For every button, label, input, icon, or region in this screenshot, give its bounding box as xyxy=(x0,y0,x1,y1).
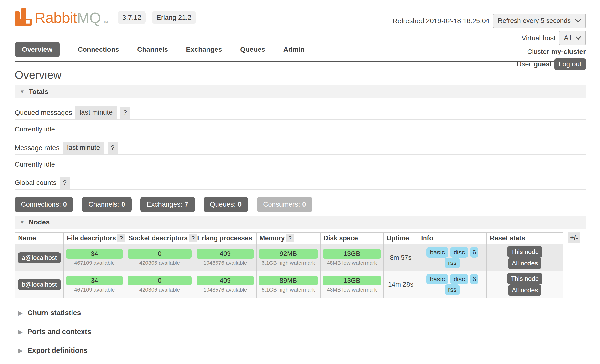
reset-stats-cell: This nodeAll nodes xyxy=(487,271,563,298)
node-name-badge: b@localhost xyxy=(18,279,61,290)
queued-messages-range-tab[interactable]: last minute xyxy=(75,106,117,119)
totals-section-header[interactable]: ▼ Totals xyxy=(15,85,586,98)
rabbitmq-logo[interactable]: RabbitMQ ™ xyxy=(15,8,108,27)
info-cell: basicdisc6rss xyxy=(418,271,487,298)
reset-this-node-button[interactable]: This node xyxy=(507,246,542,258)
nodes-section-header[interactable]: ▼ Nodes xyxy=(15,216,586,229)
info-badge-rss: rss xyxy=(445,258,460,268)
memory-help-icon[interactable]: ? xyxy=(286,234,294,242)
info-badge-disc: disc xyxy=(450,247,468,258)
triangle-down-icon: ▼ xyxy=(20,219,25,225)
column-header-uptime: Uptime xyxy=(383,232,418,244)
virtual-host-value: All xyxy=(564,34,571,42)
socket-descriptors-gauge: 0 xyxy=(128,276,192,285)
message-rates-idle-text: Currently idle xyxy=(15,161,586,168)
global-counts-help-icon[interactable]: ? xyxy=(60,177,70,189)
logout-button[interactable]: Log out xyxy=(554,58,586,70)
erlang-processes-cell: 4091048576 available xyxy=(194,244,256,271)
refresh-row: Refreshed 2019-02-18 16:25:04 Refresh ev… xyxy=(393,14,586,28)
consumers-count-button[interactable]: Consumers:0 xyxy=(257,197,312,212)
reset-this-node-button[interactable]: This node xyxy=(507,273,542,284)
node-name-cell: b@localhost xyxy=(15,271,64,298)
totals-section-title: Totals xyxy=(29,88,48,96)
virtual-host-row: Virtual host All xyxy=(521,31,586,45)
node-name-badge: a@localhost xyxy=(18,252,61,263)
tab-admin[interactable]: Admin xyxy=(283,46,305,53)
exchanges-count-button[interactable]: Exchanges:7 xyxy=(140,197,195,212)
tab-channels[interactable]: Channels xyxy=(137,46,168,53)
user-row: User guest Log out xyxy=(517,58,586,70)
nodes-table-header-row: Name File descriptors? Socket descriptor… xyxy=(15,232,563,244)
queued-messages-label: Queued messages xyxy=(15,109,72,119)
queues-count-button[interactable]: Queues:0 xyxy=(204,197,248,212)
column-header-memory: Memory? xyxy=(256,232,320,244)
cluster-label: Cluster xyxy=(527,48,549,56)
column-header-info: Info xyxy=(418,232,487,244)
churn-statistics-section-header[interactable]: ▶ Churn statistics xyxy=(15,309,586,317)
rabbitmq-logo-icon xyxy=(15,8,32,27)
refresh-interval-value: Refresh every 5 seconds xyxy=(498,17,571,25)
socket-descriptors-help-icon[interactable]: ? xyxy=(189,234,197,242)
rabbitmq-overview-page: Refreshed 2019-02-18 16:25:04 Refresh ev… xyxy=(0,7,600,364)
nodes-section-title: Nodes xyxy=(29,218,50,226)
reset-all-nodes-button[interactable]: All nodes xyxy=(508,258,542,269)
columns-toggle-button[interactable]: +/- xyxy=(568,232,580,243)
page-title: Overview xyxy=(15,68,586,81)
node-row-a: a@localhost 34467109 available 0420306 a… xyxy=(15,244,563,271)
disk-space-cell: 13GB48MB low watermark xyxy=(320,271,383,298)
global-counts-header: Global counts ? xyxy=(15,177,586,190)
memory-cell: 92MB6.1GB high watermark xyxy=(256,244,320,271)
chevron-down-icon xyxy=(576,34,581,42)
file-descriptors-gauge: 34 xyxy=(66,276,123,285)
file-descriptors-help-icon[interactable]: ? xyxy=(117,234,125,242)
ports-and-contexts-section-header[interactable]: ▶ Ports and contexts xyxy=(15,328,586,336)
uptime-cell: 8m 57s xyxy=(383,244,418,271)
channels-count-button[interactable]: Channels:0 xyxy=(82,197,132,212)
queued-messages-help-icon[interactable]: ? xyxy=(120,107,130,119)
message-rates-range-tab[interactable]: last minute xyxy=(63,142,104,154)
triangle-right-icon: ▶ xyxy=(18,328,22,335)
file-descriptors-gauge: 34 xyxy=(66,249,123,259)
chevron-down-icon xyxy=(575,17,581,25)
connections-count-button[interactable]: Connections:0 xyxy=(15,197,73,212)
info-cell: basicdisc6rss xyxy=(418,244,487,271)
export-definitions-section-header[interactable]: ▶ Export definitions xyxy=(15,346,586,354)
user-label: User xyxy=(517,60,531,68)
info-badge-disc: disc xyxy=(450,274,468,284)
node-row-b: b@localhost 34467109 available 0420306 a… xyxy=(15,271,563,298)
global-counts-label: Global counts xyxy=(15,179,56,189)
cluster-row: Cluster my-cluster xyxy=(527,48,586,56)
tab-exchanges[interactable]: Exchanges xyxy=(186,46,222,53)
column-header-disk-space: Disk space xyxy=(320,232,383,244)
reset-stats-cell: This nodeAll nodes xyxy=(487,244,563,271)
queued-messages-idle-text: Currently idle xyxy=(15,125,586,133)
refresh-interval-select[interactable]: Refresh every 5 seconds xyxy=(493,14,586,28)
global-counts-buttons: Connections:0 Channels:0 Exchanges:7 Que… xyxy=(15,197,586,212)
memory-cell: 89MB6.1GB high watermark xyxy=(256,271,320,298)
triangle-right-icon: ▶ xyxy=(18,347,22,354)
socket-descriptors-cell: 0420306 available xyxy=(125,271,194,298)
memory-gauge: 89MB xyxy=(259,276,318,285)
info-badge-basic: basic xyxy=(426,274,448,284)
reset-all-nodes-button[interactable]: All nodes xyxy=(508,284,542,296)
info-badge-rss: rss xyxy=(445,284,460,295)
message-rates-help-icon[interactable]: ? xyxy=(108,142,117,154)
triangle-right-icon: ▶ xyxy=(18,310,22,316)
tab-connections[interactable]: Connections xyxy=(78,46,119,53)
file-descriptors-cell: 34467109 available xyxy=(64,271,125,298)
file-descriptors-cell: 34467109 available xyxy=(64,244,125,271)
disk-space-cell: 13GB48MB low watermark xyxy=(320,244,383,271)
tab-queues[interactable]: Queues xyxy=(240,46,265,53)
column-header-reset-stats: Reset stats xyxy=(487,232,563,244)
tab-overview[interactable]: Overview xyxy=(15,42,60,57)
rabbitmq-version-badge: 3.7.12 xyxy=(118,11,146,24)
uptime-cell: 14m 28s xyxy=(383,271,418,298)
trademark-symbol: ™ xyxy=(103,20,108,25)
info-badge-stats-level: 6 xyxy=(470,247,478,258)
disk-space-gauge: 13GB xyxy=(323,249,381,259)
queued-messages-header: Queued messages last minute ? xyxy=(15,106,586,120)
socket-descriptors-cell: 0420306 available xyxy=(125,244,194,271)
topbar-controls: Refreshed 2019-02-18 16:25:04 Refresh ev… xyxy=(393,14,586,70)
virtual-host-select[interactable]: All xyxy=(559,31,586,45)
column-header-name: Name xyxy=(15,232,64,244)
